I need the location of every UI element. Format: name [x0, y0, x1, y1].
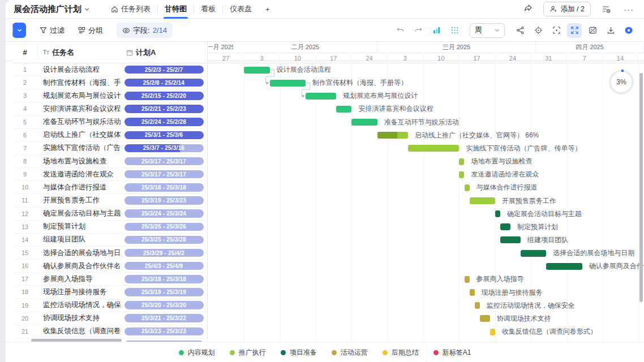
date-range-pill[interactable] — [124, 341, 204, 342]
filter-button[interactable]: 过滤 — [40, 25, 65, 36]
table-row[interactable]: 4安排演讲嘉宾和会议议程25/2/21 - 25/2/23 — [12, 102, 207, 115]
gantt-bar[interactable] — [270, 80, 306, 87]
settings-gear-icon[interactable] — [621, 23, 636, 38]
date-range-pill[interactable]: 25/3/1 - 25/3/6 — [124, 131, 204, 140]
baseline-icon[interactable] — [585, 23, 600, 38]
gantt-bar[interactable] — [500, 223, 510, 230]
table-row[interactable]: 21收集反馈信息（调查问卷...25/3/23 - 25/3/23 — [12, 325, 207, 338]
table-row[interactable]: 10与媒体合作进行报道25/3/18 - 25/3/18 — [12, 181, 207, 194]
table-row[interactable]: 13制定预算计划25/3/25 - 25/3/26 — [12, 221, 207, 234]
gantt-bar[interactable] — [351, 119, 377, 126]
gantt-bar[interactable] — [490, 329, 495, 335]
date-range-pill[interactable]: 25/2/24 - 25/2/28 — [124, 118, 204, 126]
focus-icon[interactable] — [549, 23, 564, 38]
column-header-name[interactable]: TT 任务名 — [37, 48, 121, 58]
table-row[interactable]: 1设计展会活动流程25/2/3 - 25/2/7 — [12, 63, 207, 76]
date-range-pill[interactable]: 25/3/25 - 25/3/28 — [124, 236, 204, 244]
table-row[interactable]: 9发送邀请函给潜在观众25/3/17 - 25/3/17 — [12, 168, 207, 181]
gantt-bar[interactable] — [475, 302, 480, 309]
table-row[interactable]: 8场地布置与设施检查25/3/17 - 25/3/17 — [12, 155, 207, 168]
add-view-tab[interactable]: + — [259, 0, 277, 19]
date-range-pill[interactable]: 25/2/3 - 25/2/7 — [124, 66, 204, 74]
date-range-pill[interactable]: 25/3/19 - 25/3/23 — [124, 196, 204, 205]
new-task-button[interactable]: 新增 — [12, 23, 26, 38]
gantt-bar[interactable] — [480, 315, 490, 322]
gantt-bar[interactable] — [470, 289, 475, 296]
table-horizontal-scrollbar[interactable] — [31, 339, 122, 342]
date-range-pill[interactable]: 25/4/3 - 25/4/9 — [124, 262, 204, 270]
gantt-bar[interactable] — [306, 93, 336, 100]
date-range-pill[interactable]: 25/3/18 - 25/3/18 — [124, 275, 204, 283]
table-row[interactable]: 20协调现场技术支持25/3/21 - 25/3/22 — [12, 312, 207, 325]
group-icon — [78, 27, 85, 34]
share-network-icon[interactable] — [513, 23, 527, 38]
date-range-pill[interactable]: 25/3/21 - 25/3/22 — [124, 314, 204, 322]
date-range-pill[interactable]: 25/3/18 - 25/3/18 — [124, 183, 204, 192]
add-member-button[interactable]: 添加 / 2 — [543, 2, 591, 16]
gantt-bar[interactable] — [465, 276, 470, 283]
group-button[interactable]: 分组 — [78, 25, 103, 36]
legend-dot — [433, 350, 439, 355]
gantt-bar[interactable] — [521, 250, 546, 257]
table-row[interactable]: 7实施线下宣传活动（广告...25/3/7 - 25/3/16 — [12, 142, 207, 155]
project-title-menu[interactable]: 展会活动推广计划 — [14, 4, 89, 15]
table-row[interactable]: 19监控活动现场情况，确保...25/3/20 - 25/3/20 — [12, 299, 207, 312]
table-row[interactable]: 3规划展览布局与展位设计25/2/15 - 25/2/20 — [12, 89, 207, 102]
gantt-bar[interactable] — [470, 197, 495, 204]
table-row[interactable]: 5准备互动环节与娱乐活动25/2/24 - 25/2/28 — [12, 116, 207, 129]
fullscreen-icon[interactable] — [567, 23, 582, 38]
undo-icon[interactable] — [393, 23, 407, 38]
new-task-dropdown[interactable] — [13, 28, 26, 33]
date-range-pill[interactable]: 25/3/7 - 25/3/16 — [124, 144, 204, 153]
tab-gantt[interactable]: 甘特图 — [158, 0, 194, 19]
milestone-grid-icon[interactable] — [447, 23, 462, 38]
table-row[interactable]: 2制作宣传材料（海报、手...25/2/8 - 25/2/14 — [12, 76, 207, 89]
table-row[interactable]: 12确定展会活动目标与主题25/3/24 - 25/3/24 — [12, 208, 207, 221]
date-range-pill[interactable]: 25/2/8 - 25/2/14 — [124, 79, 204, 87]
table-row[interactable]: 6启动线上推广（社交媒体...25/3/1 - 25/3/6 — [12, 129, 207, 142]
gantt-bar[interactable] — [377, 132, 408, 139]
table-row[interactable]: 11开展预售票务工作25/3/19 - 25/3/23 — [12, 194, 207, 207]
legend-item: 活动运营 — [332, 348, 368, 357]
column-header-number[interactable]: # — [12, 48, 37, 57]
gantt-bar[interactable] — [546, 263, 582, 270]
table-row[interactable]: 16确认参展商及合作伙伴名单25/4/3 - 25/4/9 — [12, 260, 207, 273]
date-range-pill[interactable]: 25/3/25 - 25/3/26 — [124, 223, 204, 231]
fields-button[interactable]: 字段: 2/14 — [117, 23, 173, 38]
gantt-bar[interactable] — [495, 210, 500, 217]
download-icon[interactable] — [603, 23, 618, 38]
gantt-bar[interactable] — [459, 171, 464, 178]
gantt-bar[interactable] — [459, 158, 464, 165]
table-row[interactable]: 15选择合适的展会场地与日期25/3/29 - 25/4/2 — [12, 247, 207, 260]
date-range-pill[interactable]: 25/3/24 - 25/3/24 — [124, 209, 204, 218]
gantt-vertical-scrollbar[interactable] — [639, 73, 643, 302]
column-header-plan[interactable]: 计划A — [121, 48, 207, 58]
date-range-pill[interactable]: 25/2/21 - 25/2/23 — [124, 105, 204, 113]
date-range-pill[interactable]: 25/3/20 - 25/3/20 — [124, 301, 204, 309]
tab-task-list[interactable]: 任务列表 — [104, 0, 157, 19]
time-scale-select[interactable]: 周 — [470, 23, 505, 38]
chart-icon[interactable] — [429, 23, 444, 38]
date-range-pill[interactable]: 25/2/15 - 25/2/20 — [124, 92, 204, 100]
table-row[interactable]: 17参展商入场指导25/3/18 - 25/3/18 — [12, 273, 207, 286]
gantt-bar[interactable] — [408, 145, 460, 152]
gantt-bar[interactable] — [500, 236, 521, 243]
gantt-bar[interactable] — [336, 106, 351, 113]
date-range-pill[interactable]: 25/3/23 - 25/3/23 — [124, 327, 204, 336]
automation-icon[interactable] — [599, 2, 613, 16]
table-row[interactable]: 14组建项目团队25/3/25 - 25/3/28 — [12, 234, 207, 247]
share-button[interactable] — [521, 2, 535, 16]
redo-icon[interactable] — [411, 23, 426, 38]
date-range-pill[interactable]: 25/3/17 - 25/3/17 — [124, 170, 204, 179]
more-menu-icon[interactable]: ··· — [621, 2, 636, 16]
date-range-pill[interactable]: 25/3/29 - 25/4/2 — [124, 249, 204, 257]
locate-icon[interactable] — [531, 23, 546, 38]
gantt-bar[interactable] — [244, 67, 269, 74]
gantt-bar[interactable] — [465, 184, 470, 191]
tab-dashboard[interactable]: 仪表盘 — [223, 0, 259, 19]
date-range-pill[interactable]: 25/3/19 - 25/3/19 — [124, 288, 204, 296]
date-range-pill[interactable]: 25/3/17 - 25/3/17 — [124, 157, 204, 166]
table-row[interactable]: 18现场注册与接待服务25/3/19 - 25/3/19 — [12, 286, 207, 299]
tab-kanban[interactable]: 看板 — [194, 0, 222, 19]
task-name: 与媒体合作进行报道 — [37, 183, 121, 192]
